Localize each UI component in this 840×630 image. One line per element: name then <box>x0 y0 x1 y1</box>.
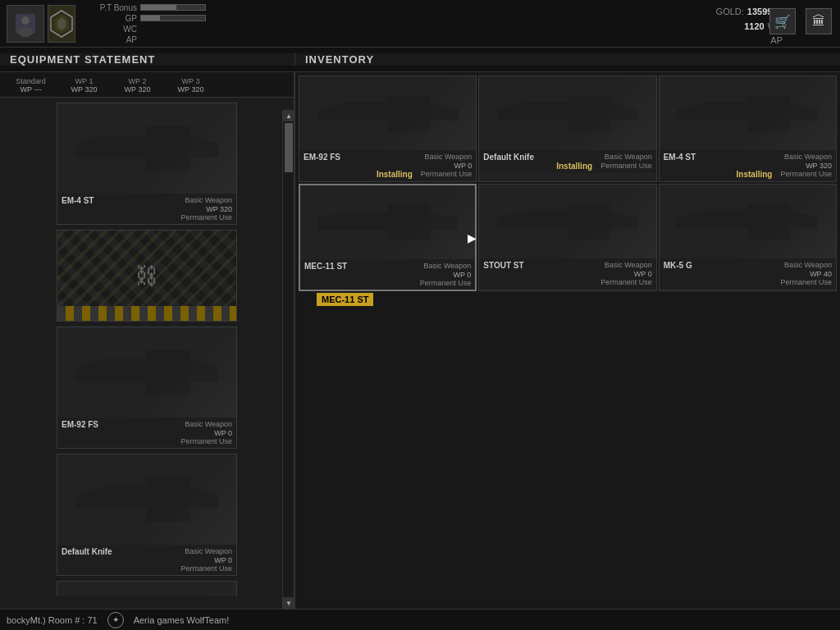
gold-value: 13599 <box>747 5 773 20</box>
equip-item-2-img <box>57 327 236 418</box>
gp-bar <box>141 16 160 21</box>
inv-item-5-info: MK-5 G Basic Weapon WP 40 Permanent Use <box>660 258 836 289</box>
top-bar: P.T Bonus GP WC AP GOLD: 13599 G 1120 WC <box>0 0 840 48</box>
equip-item-2-use: Permanent Use <box>180 437 232 445</box>
inv-item-4-wp: WP 0 <box>634 270 652 278</box>
inv-item-0-name: EM-92 FS <box>304 153 340 162</box>
equip-item-0-use: Permanent Use <box>180 213 232 221</box>
tooltip-mec11: MEC-11 ST <box>317 293 373 306</box>
scroll-up-button[interactable]: ▲ <box>283 110 294 121</box>
inv-item-3-type: Basic Weapon <box>423 262 471 270</box>
equip-item-locked-img: ⛓ <box>57 231 236 321</box>
bottom-bar: bockyMt.) Room # : 71 ✦ Aeria games Wolf… <box>0 609 840 630</box>
ap-value-row: AP <box>716 34 783 48</box>
bank-icon[interactable]: 🏛 <box>806 8 832 34</box>
equip-item-3-use: Permanent Use <box>180 564 232 573</box>
equip-panel: Standard WP --- WP 1 WP 320 WP 2 WP 320 … <box>0 72 295 609</box>
equip-tab-wp2[interactable]: WP 2 WP 320 <box>115 77 160 94</box>
scroll-down-button[interactable]: ▼ <box>283 597 294 609</box>
inv-item-4[interactable]: STOUT ST Basic Weapon WP 0 Permanent Use <box>478 184 656 291</box>
inv-item-4-info: STOUT ST Basic Weapon WP 0 Permanent Use <box>479 258 655 289</box>
inv-item-5-img <box>660 185 836 258</box>
pt-bonus-bar-bg <box>140 4 206 11</box>
equip-header: EQUIPMENT STATEMENT <box>0 53 295 66</box>
ap-currency-label: AP <box>770 34 783 48</box>
equip-item-3-img <box>57 454 236 545</box>
scroll-thumb[interactable] <box>285 123 293 172</box>
equip-item-2[interactable]: EM-92 FS Basic Weapon WP 0 Permanent Use <box>57 326 237 449</box>
inv-item-2-img <box>660 76 836 150</box>
inv-header: INVENTORY <box>295 53 840 66</box>
svg-point-2 <box>21 16 30 25</box>
section-headers: EQUIPMENT STATEMENT INVENTORY <box>0 48 840 72</box>
equip-title: EQUIPMENT STATEMENT <box>0 53 155 66</box>
ap-label-row: AP <box>84 35 206 44</box>
wolfteam-icon: ✦ <box>107 612 124 628</box>
chain-bg: ⛓ <box>57 231 236 321</box>
basket-icon[interactable]: 🛒 <box>769 8 796 34</box>
inv-item-5-name: MK-5 G <box>664 261 692 270</box>
inv-item-3-info: MEC-11 ST Basic Weapon WP 0 Permanent Us… <box>300 259 475 290</box>
inv-item-2-name: EM-4 ST <box>664 153 696 162</box>
inv-item-1-type: Basic Weapon <box>605 153 652 161</box>
equip-item-3-gun <box>57 454 236 545</box>
equip-tab-wp1[interactable]: WP 1 WP 320 <box>62 77 107 94</box>
aeria-label: Aeria games WolfTeam! <box>134 615 230 625</box>
inv-item-3-use: Permanent Use <box>420 279 472 287</box>
inv-item-1-img <box>479 76 655 150</box>
pt-bonus-row: P.T Bonus <box>84 3 206 12</box>
inv-item-5[interactable]: MK-5 G Basic Weapon WP 40 Permanent Use <box>659 184 837 291</box>
scroll-track: ▲ ▼ <box>282 110 294 609</box>
room-label: bockyMt.) Room # : 71 <box>7 615 98 625</box>
inv-item-1-info: Default Knife Basic Weapon Installing Pe… <box>479 150 655 173</box>
avatar <box>7 5 44 43</box>
equip-item-2-type: Basic Weapon <box>185 420 232 428</box>
equip-item-3-type: Basic Weapon <box>185 547 232 555</box>
svg-point-3 <box>18 27 33 37</box>
gold-label: GOLD: <box>716 5 744 20</box>
inv-item-3[interactable]: ▶ MEC-11 ST Basic Weapon WP 0 Permanent … <box>299 184 477 291</box>
equip-item-3-wp: WP 0 <box>214 556 232 564</box>
inv-item-2-info: EM-4 ST Basic Weapon WP 320 Installing P… <box>660 150 836 181</box>
equip-item-3[interactable]: Default Knife Basic Weapon WP 0 Permanen… <box>57 454 237 576</box>
gp-label: GP <box>84 14 137 23</box>
inv-item-0-info: EM-92 FS Basic Weapon WP 0 Installing Pe… <box>299 150 476 181</box>
inv-item-0-wp: WP 0 <box>454 162 472 170</box>
inv-item-1-use: Permanent Use <box>600 162 652 171</box>
pt-bonus-label: P.T Bonus <box>84 3 137 12</box>
equip-item-3-name: Default Knife <box>62 547 112 556</box>
equip-item-4[interactable] <box>57 581 237 596</box>
equip-list: EM-4 ST Basic Weapon WP 320 Permanent Us… <box>0 98 294 596</box>
equip-item-0-gun <box>57 103 236 194</box>
equip-item-0-name: EM-4 ST <box>62 196 94 205</box>
equip-tab-wp3[interactable]: WP 3 WP 320 <box>168 77 213 94</box>
inv-item-4-name: STOUT ST <box>483 261 523 270</box>
inv-item-1-installing: Installing <box>556 162 592 171</box>
pt-bonus-bar <box>141 5 176 10</box>
equip-item-4-gun <box>57 582 236 596</box>
top-icons: 🛒 🏛 <box>769 8 832 34</box>
equip-item-4-img <box>57 582 236 596</box>
inv-item-2[interactable]: EM-4 ST Basic Weapon WP 320 Installing P… <box>659 75 837 182</box>
inv-item-0-use: Permanent Use <box>421 170 472 179</box>
inv-item-1[interactable]: Default Knife Basic Weapon Installing Pe… <box>478 75 656 182</box>
equip-item-2-gun <box>57 327 236 418</box>
equip-item-locked[interactable]: ⛓ <box>57 230 237 322</box>
inv-item-2-type: Basic Weapon <box>784 153 832 161</box>
lock-icon: ⛓ <box>135 262 158 290</box>
inv-item-4-use: Permanent Use <box>600 278 652 286</box>
equip-tab-standard[interactable]: Standard WP --- <box>8 77 53 94</box>
equip-item-0-wp: WP 320 <box>206 205 232 213</box>
equip-item-0-img <box>57 103 236 194</box>
inv-item-3-img: ▶ <box>300 185 475 259</box>
inv-item-0-installing: Installing <box>377 170 413 179</box>
rank-badge <box>48 5 75 43</box>
avatar-block <box>7 5 75 43</box>
equip-item-2-wp: WP 0 <box>214 429 232 437</box>
inv-item-0-type: Basic Weapon <box>424 153 472 161</box>
equip-item-0[interactable]: EM-4 ST Basic Weapon WP 320 Permanent Us… <box>57 103 237 225</box>
inv-item-0[interactable]: EM-92 FS Basic Weapon WP 0 Installing Pe… <box>299 75 477 182</box>
wc-label-row: WC <box>84 25 206 34</box>
inv-item-5-use: Permanent Use <box>780 278 832 286</box>
wc-value: 1120 <box>744 20 764 34</box>
